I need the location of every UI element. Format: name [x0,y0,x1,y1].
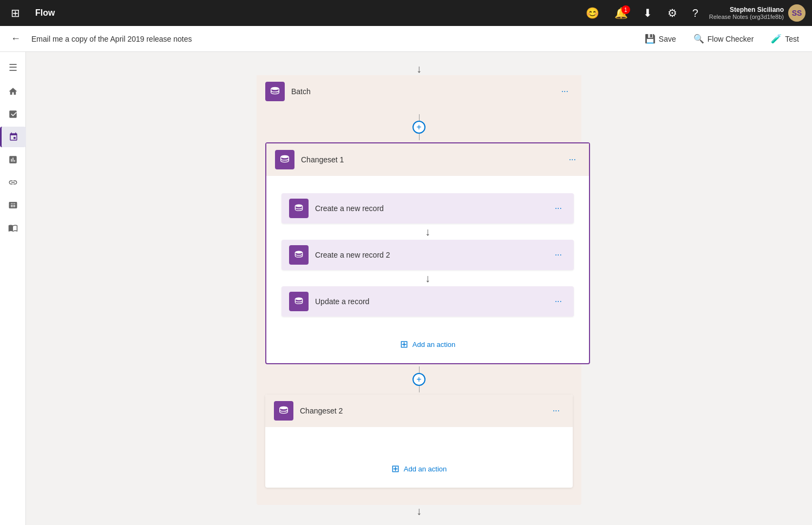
action-create-record-2[interactable]: Create a new record 2 ··· [281,240,574,270]
changeset-2-body: ⊞ Add an action [265,427,573,488]
notification-button[interactable]: 🔔 1 [610,4,632,22]
flow-checker-button[interactable]: 🔍 Flow Checker [689,31,758,46]
notification-badge: 1 [621,5,630,14]
sidebar-item-flows[interactable] [0,127,26,147]
changeset-1-menu-button[interactable]: ··· [565,153,580,167]
add-between-button-2[interactable]: + [412,373,425,386]
avatar: SS [788,4,806,22]
batch-menu-button[interactable]: ··· [557,84,573,99]
arrow-batch-email [408,505,430,517]
waffle-button[interactable]: ⊞ [6,4,24,22]
add-action-2-icon: ⊞ [391,463,400,475]
changeset-2-title: Changeset 2 [300,406,542,415]
add-action-icon: ⊞ [400,338,408,350]
user-name: Stephen Siciliano [709,6,784,14]
top-nav: ⊞ Flow 😊 🔔 1 ⬇ ⚙ ? Stephen Siciliano Rel… [0,0,812,26]
save-button[interactable]: 💾 Save [640,31,680,46]
svg-point-2 [295,205,302,207]
changeset-2-menu-button[interactable]: ··· [548,404,564,418]
batch-block: Batch ··· + [257,75,581,505]
svg-point-0 [271,87,279,90]
save-icon: 💾 [645,34,656,44]
test-button[interactable]: 🧪 Test [767,31,803,46]
sidebar-item-create[interactable] [0,104,26,124]
action-3-icon [289,292,309,311]
flow-checker-icon: 🔍 [693,34,704,44]
download-button[interactable]: ⬇ [639,4,657,22]
breadcrumb: Email me a copy of the April 2019 releas… [31,35,632,43]
svg-point-5 [280,406,288,410]
emoji-button[interactable]: 😊 [581,4,604,22]
arrow-top [408,63,430,75]
changeset-1-body: Create a new record ··· [266,176,589,363]
user-org: Release Notes (org3d1fe8b) [709,14,784,20]
download-icon: ⬇ [643,7,652,19]
plus-connector-top: + [265,114,573,140]
action-1-menu-button[interactable]: ··· [551,201,566,215]
sidebar-item-connections[interactable] [0,172,26,193]
arrow-action-2-3 [417,270,438,286]
add-action-changeset-2-button[interactable]: ⊞ Add an action [383,458,456,479]
changeset-2-icon [274,401,293,421]
action-2-title: Create a new record 2 [315,251,544,259]
sidebar-item-menu[interactable]: ☰ [0,56,26,79]
changeset-1-icon [275,150,294,169]
sub-nav-actions: 💾 Save 🔍 Flow Checker 🧪 Test [640,31,803,46]
changeset-1-title: Changeset 1 [301,155,558,164]
batch-icon [265,82,285,101]
batch-title: Batch [291,87,551,96]
action-3-title: Update a record [315,297,544,306]
svg-point-3 [295,251,302,254]
back-button[interactable]: ← [9,31,23,47]
changeset-2-header: Changeset 2 ··· [265,395,573,427]
action-3-menu-button[interactable]: ··· [551,294,566,309]
sidebar-item-home[interactable] [0,81,26,102]
action-1-title: Create a new record [315,204,544,213]
sidebar-item-learn[interactable] [0,218,26,238]
changeset-1-header: Changeset 1 ··· [266,143,589,176]
action-1-icon [289,199,309,218]
sidebar-item-analytics[interactable] [0,149,26,170]
action-update-record[interactable]: Update a record ··· [281,286,574,317]
user-info[interactable]: Stephen Siciliano Release Notes (org3d1f… [709,4,806,22]
left-sidebar: ☰ [0,52,26,525]
action-2-menu-button[interactable]: ··· [551,248,566,262]
arrow-action-1-2 [417,224,438,240]
sidebar-item-templates[interactable] [0,195,26,215]
add-between-button-1[interactable]: + [412,121,425,134]
changeset-1-block: Changeset 1 ··· [265,142,590,364]
emoji-icon: 😊 [586,7,599,19]
help-button[interactable]: ? [688,5,703,22]
sub-nav: ← Email me a copy of the April 2019 rele… [0,26,812,52]
settings-button[interactable]: ⚙ [663,4,682,22]
help-icon: ? [692,7,698,19]
svg-point-1 [281,155,289,159]
batch-body: + Changeset 1 ··· [257,108,581,496]
app-title: Flow [35,8,55,18]
batch-header: Batch ··· [257,75,581,108]
gear-icon: ⚙ [667,7,677,19]
plus-connector-middle: + [265,366,573,392]
changeset-2-block: Changeset 2 ··· ⊞ Add an action [265,395,573,488]
action-2-icon [289,245,309,265]
test-icon: 🧪 [771,34,782,44]
add-action-changeset-1-button[interactable]: ⊞ Add an action [391,334,464,355]
action-create-record-1[interactable]: Create a new record ··· [281,193,574,224]
svg-point-4 [295,298,302,300]
main-content: Batch ··· + [26,52,812,525]
